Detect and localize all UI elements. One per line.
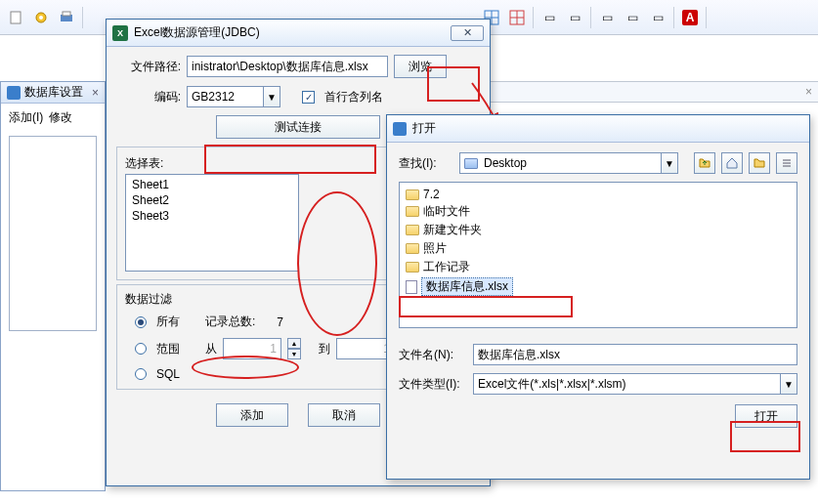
list-item[interactable]: 新建文件夹: [400, 221, 796, 239]
panel-title: 数据库设置: [24, 84, 83, 101]
list-item[interactable]: 临时文件: [400, 202, 796, 221]
lookin-label: 查找(I):: [399, 155, 453, 172]
dialog-title: Excel数据源管理(JDBC): [134, 24, 260, 41]
path-input[interactable]: [187, 56, 388, 77]
encoding-input[interactable]: [187, 86, 263, 107]
from-label: 从: [205, 341, 217, 357]
svg-rect-4: [63, 12, 70, 16]
open-file-dialog: 打开 查找(I): Desktop ▼ 7.2 临时文件 新建文件夹 照片 工作…: [386, 114, 810, 480]
tool-icon[interactable]: ▭: [563, 6, 586, 29]
app-icon: [393, 122, 407, 136]
tool-icon[interactable]: ▭: [595, 6, 619, 29]
folder-icon: [464, 158, 478, 169]
filetype-input[interactable]: [473, 373, 780, 395]
path-label: 文件路径:: [116, 59, 181, 75]
panel-menu: 添加(I) 修改: [1, 104, 105, 132]
close-icon[interactable]: ×: [805, 85, 812, 99]
dialog-titlebar[interactable]: 打开: [387, 115, 809, 143]
filetype-label: 文件类型(I):: [399, 376, 467, 393]
list-item-selected[interactable]: 数据库信息.xlsx: [400, 276, 796, 297]
db-list[interactable]: [9, 136, 97, 331]
panel-titlebar: 数据库设置 ×: [1, 82, 105, 104]
lookin-value: Desktop: [484, 156, 527, 170]
gear-icon[interactable]: [29, 6, 53, 29]
new-folder-icon[interactable]: [749, 152, 770, 174]
close-icon[interactable]: ×: [92, 86, 99, 100]
file-listbox[interactable]: 7.2 临时文件 新建文件夹 照片 工作记录 数据库信息.xlsx: [399, 182, 797, 328]
list-view-icon[interactable]: [776, 152, 797, 174]
all-radio-label: 所有: [156, 314, 180, 330]
folder-icon: [406, 262, 419, 273]
svg-rect-0: [11, 12, 21, 23]
encoding-combo[interactable]: ▼: [187, 86, 280, 107]
sql-radio-label: SQL: [156, 367, 180, 381]
excel-icon: X: [112, 25, 128, 41]
list-item[interactable]: 工作记录: [400, 258, 796, 276]
up-folder-icon[interactable]: [694, 152, 715, 174]
dialog-titlebar[interactable]: X Excel数据源管理(JDBC) ✕: [107, 20, 490, 47]
to-label: 到: [319, 341, 330, 357]
chevron-down-icon[interactable]: ▼: [780, 373, 797, 395]
db-icon: [7, 86, 21, 100]
db-settings-panel: 数据库设置 × 添加(I) 修改: [0, 81, 106, 491]
all-radio[interactable]: [135, 316, 147, 328]
tool-icon[interactable]: ▭: [538, 6, 561, 29]
lookin-combo[interactable]: Desktop ▼: [459, 152, 678, 174]
list-item[interactable]: Sheet3: [128, 208, 296, 224]
from-input[interactable]: [223, 338, 281, 359]
adobe-icon[interactable]: A: [678, 6, 702, 29]
dialog-title: 打开: [412, 120, 436, 137]
list-item[interactable]: 7.2: [400, 187, 796, 202]
header-checkbox-label: 首行含列名: [324, 89, 383, 105]
record-count-value: 7: [277, 315, 283, 329]
browse-button[interactable]: 浏览: [394, 55, 447, 78]
list-item[interactable]: Sheet2: [128, 192, 296, 208]
svg-text:A: A: [686, 11, 695, 24]
svg-point-2: [39, 16, 43, 20]
filetype-combo[interactable]: ▼: [473, 373, 797, 395]
add-menu[interactable]: 添加(I): [9, 109, 43, 126]
list-item[interactable]: 照片: [400, 239, 796, 258]
sql-radio[interactable]: [135, 368, 147, 380]
filename-input[interactable]: [473, 344, 797, 365]
table-listbox[interactable]: Sheet1 Sheet2 Sheet3: [125, 174, 299, 272]
folder-icon: [406, 225, 419, 235]
from-spinner[interactable]: ▲▼: [287, 338, 301, 359]
header-checkbox[interactable]: ✓: [302, 91, 315, 104]
add-button[interactable]: 添加: [216, 403, 288, 427]
home-icon[interactable]: [721, 152, 743, 174]
select-table-label: 选择表:: [125, 155, 389, 172]
close-icon[interactable]: ✕: [451, 25, 484, 41]
print-icon[interactable]: [55, 6, 78, 29]
grid-red-icon[interactable]: [505, 6, 529, 29]
encoding-label: 编码:: [116, 89, 181, 105]
test-connection-button[interactable]: 测试连接: [216, 115, 380, 139]
chevron-down-icon[interactable]: ▼: [661, 152, 678, 174]
list-item[interactable]: Sheet1: [128, 177, 296, 192]
folder-icon: [406, 206, 419, 217]
open-button[interactable]: 打开: [735, 404, 797, 428]
range-radio-label: 范围: [156, 341, 180, 357]
record-count-label: 记录总数:: [205, 314, 255, 330]
range-radio[interactable]: [135, 343, 147, 355]
new-icon[interactable]: [4, 6, 27, 29]
filename-label: 文件名(N):: [399, 347, 467, 363]
folder-icon: [406, 189, 419, 200]
tool-icon[interactable]: ▭: [621, 6, 644, 29]
file-icon: [406, 280, 417, 294]
tool-icon[interactable]: ▭: [646, 6, 669, 29]
cancel-button[interactable]: 取消: [308, 403, 380, 427]
folder-icon: [406, 243, 419, 254]
chevron-down-icon[interactable]: ▼: [263, 86, 280, 107]
modify-menu[interactable]: 修改: [49, 109, 72, 126]
